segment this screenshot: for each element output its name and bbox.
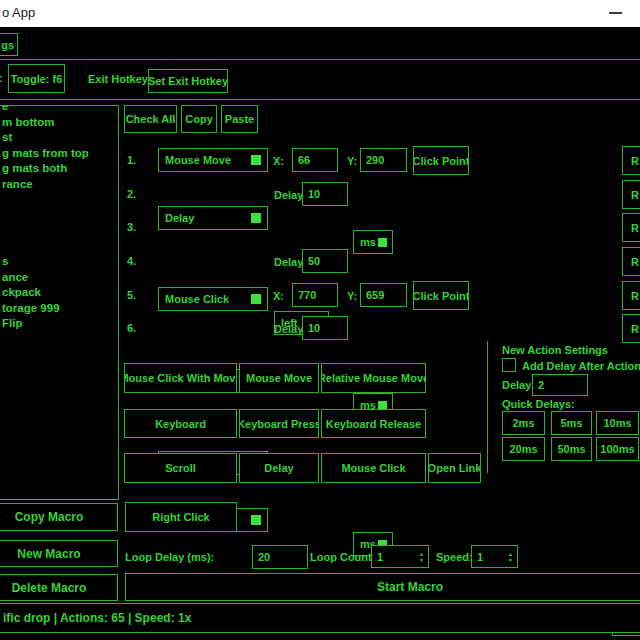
start-macro-button[interactable]: Start Macro <box>125 573 640 601</box>
quick-delay-20ms-button[interactable]: 20ms <box>502 437 545 461</box>
list-item[interactable]: s <box>0 254 118 270</box>
copy-button[interactable]: Copy <box>181 105 217 133</box>
list-item[interactable] <box>0 208 118 224</box>
list-item[interactable]: rance <box>0 177 118 193</box>
list-item[interactable]: m bottom <box>0 115 118 131</box>
add-delay-button[interactable]: Delay <box>239 453 319 483</box>
status-text: ific drop | Actions: 65 | Speed: 1x <box>3 611 191 625</box>
list-item[interactable] <box>0 192 118 208</box>
add-scroll-button[interactable]: Scroll <box>124 453 237 483</box>
paste-button[interactable]: Paste <box>221 105 258 133</box>
status-bar: ific drop | Actions: 65 | Speed: 1x <box>0 603 640 633</box>
y-input[interactable]: 659 <box>360 283 407 307</box>
new-action-delay-input[interactable]: 2 <box>532 374 588 396</box>
add-mouse-click-with-move-button[interactable]: Mouse Click With Move <box>124 363 237 393</box>
dropdown-icon <box>251 294 261 304</box>
x-label: X: <box>273 155 284 167</box>
speed-stepper[interactable]: 1 ▲▼ <box>471 545 518 568</box>
unit-value: ms <box>360 236 376 248</box>
x-input[interactable]: 66 <box>292 148 338 172</box>
new-action-delay-label: Delay: <box>502 379 535 391</box>
speed-label: Speed: <box>436 551 473 563</box>
copy-macro-button[interactable]: Copy Macro <box>0 503 118 531</box>
add-keyboard-release-button[interactable]: Keyboard Release <box>321 409 426 438</box>
action-type-dropdown[interactable]: Delay <box>158 206 268 230</box>
speed-value: 1 <box>477 551 483 563</box>
y-label: Y: <box>347 155 357 167</box>
quick-delay-50ms-button[interactable]: 50ms <box>551 437 592 461</box>
delay-input[interactable]: 10 <box>302 316 348 340</box>
delay-input[interactable]: 10 <box>302 182 348 206</box>
list-item[interactable]: st <box>0 130 118 146</box>
action-type-dropdown[interactable]: Mouse Move <box>158 148 268 172</box>
dropdown-icon <box>251 213 261 223</box>
add-keyboard-button[interactable]: Keyboard <box>124 409 237 438</box>
stepper-arrows-icon[interactable]: ▲▼ <box>508 552 513 562</box>
list-item[interactable]: g mats from top <box>0 146 118 162</box>
delay-input[interactable]: 50 <box>302 249 348 273</box>
list-item[interactable]: Flip <box>0 316 118 332</box>
stepper-arrows-icon[interactable]: ▲▼ <box>419 552 424 562</box>
dropdown-icon <box>378 238 387 247</box>
click-point-button[interactable]: Click Point <box>413 146 469 175</box>
remove-row-button[interactable]: R <box>622 281 640 310</box>
row-number: 5. <box>127 289 136 301</box>
delete-macro-button[interactable]: Delete Macro <box>0 574 118 601</box>
x-input[interactable]: 770 <box>292 283 338 307</box>
tab-settings[interactable]: gs <box>0 33 18 56</box>
dropdown-icon <box>251 155 261 165</box>
new-macro-button[interactable]: New Macro <box>0 540 118 567</box>
y-input[interactable]: 290 <box>360 148 407 172</box>
remove-row-button[interactable]: R <box>622 213 640 242</box>
list-item[interactable]: e <box>0 105 118 115</box>
loop-count-stepper[interactable]: 1 ▲▼ <box>371 545 429 568</box>
list-item[interactable]: ckpack <box>0 285 118 301</box>
toggle-hotkey-button[interactable]: Toggle: f6 <box>8 64 65 93</box>
list-item[interactable]: ance <box>0 270 118 286</box>
add-mouse-click-button[interactable]: Mouse Click <box>321 453 426 483</box>
list-item[interactable]: g mats both <box>0 161 118 177</box>
click-point-button[interactable]: Click Point <box>413 281 469 310</box>
new-action-settings-title: New Action Settings <box>502 344 608 356</box>
check-all-button[interactable]: Check All <box>124 105 177 133</box>
add-relative-mouse-move-button[interactable]: Relative Mouse Move <box>321 363 426 393</box>
add-open-link-button[interactable]: Open Link <box>428 453 481 483</box>
remove-row-button[interactable]: R <box>622 247 640 276</box>
y-label: Y: <box>347 290 357 302</box>
action-type-dropdown[interactable]: Mouse Click <box>158 287 268 311</box>
action-type-value: Mouse Click <box>165 293 229 305</box>
list-item[interactable] <box>0 239 118 255</box>
add-keyboard-press-button[interactable]: Keyboard Press <box>239 409 319 438</box>
action-type-value: Delay <box>165 212 194 224</box>
remove-row-button[interactable]: R <box>622 146 640 175</box>
macro-list[interactable]: em bottomstg mats from topg mats bothran… <box>0 105 119 500</box>
unit-dropdown[interactable]: ms <box>353 230 393 254</box>
row-number: 1. <box>127 154 136 166</box>
macro-list-items: em bottomstg mats from topg mats bothran… <box>0 105 118 332</box>
add-delay-after-action-checkbox[interactable] <box>502 358 516 372</box>
add-mouse-move-button[interactable]: Mouse Move <box>239 363 319 393</box>
quick-delay-100ms-button[interactable]: 100ms <box>596 437 639 461</box>
quick-delay-10ms-button[interactable]: 10ms <box>596 411 639 435</box>
list-item[interactable] <box>0 223 118 239</box>
dropdown-icon <box>251 515 261 525</box>
divider <box>0 99 640 100</box>
set-exit-hotkey-button[interactable]: Set Exit Hotkey <box>148 69 228 93</box>
delay-label: Delay <box>274 256 303 268</box>
list-item[interactable]: torage 999 <box>0 301 118 317</box>
remove-row-button[interactable]: R <box>622 314 640 343</box>
add-right-click-button[interactable]: Right Click <box>125 502 237 532</box>
row-number: 2. <box>127 188 136 200</box>
quick-delay-2ms-button[interactable]: 2ms <box>502 411 545 435</box>
window-title: o App <box>2 5 35 20</box>
toggle-hotkey-label: : <box>0 72 3 84</box>
quick-delay-5ms-button[interactable]: 5ms <box>551 411 592 435</box>
x-label: X: <box>273 290 284 302</box>
minimize-button[interactable] <box>600 0 630 26</box>
action-type-value: Mouse Move <box>165 154 231 166</box>
add-delay-after-action-label: Add Delay After Action <box>522 360 640 372</box>
loop-count-label: Loop Count: <box>310 551 375 563</box>
remove-row-button[interactable]: R <box>622 180 640 209</box>
delay-label: Delay <box>274 189 303 201</box>
loop-delay-input[interactable]: 20 <box>252 545 308 569</box>
